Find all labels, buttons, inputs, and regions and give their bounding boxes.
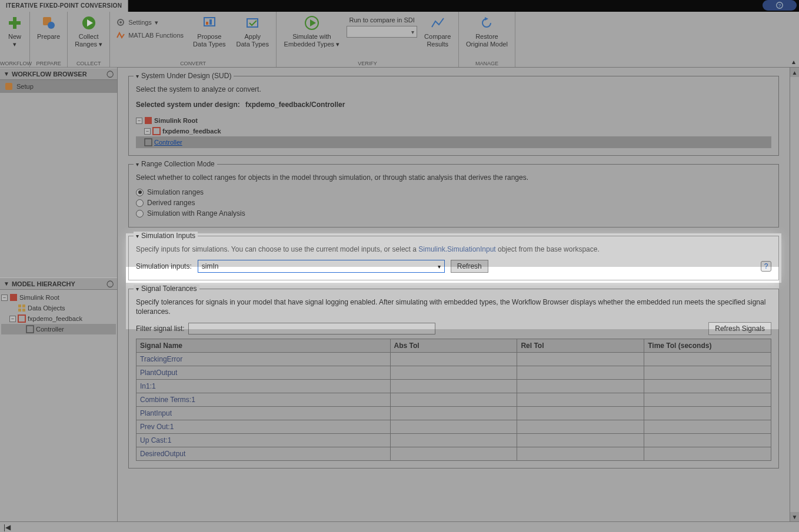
- ribbon-group-manage: Restore Original Model MANAGE: [459, 12, 515, 67]
- cell-rel[interactable]: [517, 393, 644, 407]
- table-row[interactable]: Up Cast:1: [137, 434, 771, 447]
- prepare-button[interactable]: Prepare: [34, 14, 64, 42]
- cell-time[interactable]: [644, 393, 771, 407]
- cell-abs[interactable]: [390, 407, 517, 420]
- cell-abs[interactable]: [390, 447, 517, 461]
- new-button[interactable]: New▾: [4, 14, 26, 49]
- scroll-up-icon[interactable]: ▲: [790, 68, 799, 77]
- cell-time[interactable]: [644, 420, 771, 434]
- chevron-down-icon: ▾: [438, 263, 441, 270]
- tree-model[interactable]: − fxpdemo_feedback: [1, 313, 116, 324]
- col-rel-tol[interactable]: Rel Tol: [517, 339, 644, 353]
- sigtol-legend[interactable]: ▾Signal Tolerances: [134, 285, 199, 293]
- cell-abs[interactable]: [390, 353, 517, 366]
- table-row[interactable]: DesiredOutput: [137, 447, 771, 461]
- cell-signal-name: PlantOutput: [137, 366, 391, 380]
- cell-abs[interactable]: [390, 420, 517, 434]
- help-icon: ?: [775, 1, 784, 9]
- simin-legend[interactable]: ▾Simulation Inputs: [134, 232, 198, 240]
- matlab-functions-button[interactable]: MATLAB Functions: [114, 29, 186, 41]
- collect-ranges-button[interactable]: Collect Ranges ▾: [71, 14, 106, 49]
- tree-simulink-root[interactable]: − Simulink Root: [1, 292, 116, 303]
- col-abs-tol[interactable]: Abs Tol: [390, 339, 517, 353]
- tab-iterative[interactable]: ITERATIVE FIXED-POINT CONVERSION: [0, 0, 128, 12]
- close-icon[interactable]: ◯: [106, 280, 114, 287]
- model-hierarchy-header[interactable]: ▼ MODEL HIERARCHY ◯: [0, 277, 117, 290]
- collapse-icon[interactable]: −: [144, 128, 151, 135]
- radio-derived-ranges[interactable]: Derived ranges: [136, 199, 771, 207]
- cell-time[interactable]: [644, 353, 771, 366]
- group-label-manage: MANAGE: [459, 61, 515, 66]
- table-row[interactable]: PlantInput: [137, 407, 771, 420]
- col-signal-name[interactable]: Signal Name: [137, 339, 391, 353]
- workflow-item-setup[interactable]: Setup: [0, 80, 117, 93]
- table-row[interactable]: Prev Out:1: [137, 420, 771, 434]
- ribbon-group-collect: Collect Ranges ▾ COLLECT: [68, 12, 110, 67]
- close-icon[interactable]: ◯: [106, 70, 114, 78]
- apply-button[interactable]: Apply Data Types: [233, 14, 272, 49]
- main: ▼ WORKFLOW BROWSER ◯ Setup ▼ MODEL HIERA…: [0, 68, 799, 521]
- cell-abs[interactable]: [390, 434, 517, 447]
- cell-abs[interactable]: [390, 393, 517, 407]
- table-row[interactable]: Combine Terms:1: [137, 393, 771, 407]
- cell-abs[interactable]: [390, 366, 517, 380]
- range-fieldset: ▾Range Collection Mode Select whether to…: [128, 164, 779, 227]
- sud-tree-controller[interactable]: Controller: [136, 136, 771, 148]
- svg-rect-3: [9, 21, 21, 25]
- cell-rel[interactable]: [517, 420, 644, 434]
- settings-button[interactable]: Settings ▾: [114, 16, 186, 28]
- table-row[interactable]: PlantOutput: [137, 366, 771, 380]
- cell-rel[interactable]: [517, 407, 644, 420]
- scroll-down-icon[interactable]: ▼: [790, 512, 799, 521]
- ribbon-collapse[interactable]: ▴: [792, 58, 795, 66]
- filter-signal-input[interactable]: [188, 323, 435, 334]
- cell-time[interactable]: [644, 434, 771, 447]
- vertical-scrollbar[interactable]: ▲ ▼: [790, 68, 799, 521]
- propose-icon: [202, 15, 217, 31]
- simulation-inputs-combo[interactable]: simIn ▾: [198, 260, 445, 273]
- cell-time[interactable]: [644, 447, 771, 461]
- help-icon[interactable]: ?: [761, 261, 771, 272]
- sud-legend[interactable]: ▾System Under Design (SUD): [134, 72, 234, 80]
- table-row[interactable]: TrackingError: [137, 353, 771, 366]
- cell-time[interactable]: [644, 380, 771, 393]
- table-row[interactable]: In1:1: [137, 380, 771, 393]
- collapse-icon[interactable]: −: [136, 118, 142, 124]
- radio-simulation-range-analysis[interactable]: Simulation with Range Analysis: [136, 209, 771, 218]
- svg-point-9: [119, 21, 122, 24]
- restore-button[interactable]: Restore Original Model: [462, 14, 511, 49]
- tree-controller[interactable]: Controller: [1, 324, 116, 334]
- simulate-embedded-button[interactable]: Simulate with Embedded Types ▾: [281, 14, 343, 49]
- cell-rel[interactable]: [517, 434, 644, 447]
- refresh-button[interactable]: Refresh: [451, 260, 488, 273]
- cell-time[interactable]: [644, 366, 771, 380]
- collapse-icon[interactable]: −: [9, 316, 16, 322]
- cell-signal-name: Combine Terms:1: [137, 393, 391, 407]
- collapse-icon[interactable]: −: [1, 295, 8, 301]
- col-time-tol[interactable]: Time Tol (seconds): [644, 339, 771, 353]
- range-legend[interactable]: ▾Range Collection Mode: [134, 160, 217, 168]
- cell-time[interactable]: [644, 407, 771, 420]
- workflow-browser-header[interactable]: ▼ WORKFLOW BROWSER ◯: [0, 68, 117, 80]
- compare-results-button[interactable]: Compare Results: [421, 14, 454, 49]
- cell-abs[interactable]: [390, 380, 517, 393]
- sud-tree-model[interactable]: − fxpdemo_feedback: [136, 126, 771, 136]
- compare-icon: [430, 15, 445, 31]
- help-button[interactable]: ?: [763, 0, 797, 11]
- cell-rel[interactable]: [517, 447, 644, 461]
- cell-rel[interactable]: [517, 366, 644, 380]
- simulationinput-link[interactable]: Simulink.SimulationInput: [418, 245, 495, 253]
- refresh-signals-button[interactable]: Refresh Signals: [708, 322, 771, 335]
- sdi-combo[interactable]: ▾: [347, 26, 417, 38]
- svg-rect-17: [5, 83, 12, 90]
- back-button[interactable]: |◀: [4, 523, 11, 531]
- sud-tree-root[interactable]: − Simulink Root: [136, 115, 771, 126]
- cell-rel[interactable]: [517, 380, 644, 393]
- chevron-down-icon: ▾: [136, 233, 139, 239]
- svg-rect-27: [145, 139, 152, 146]
- cell-rel[interactable]: [517, 353, 644, 366]
- propose-button[interactable]: Propose Data Types: [189, 14, 229, 49]
- cell-signal-name: Prev Out:1: [137, 420, 391, 434]
- radio-simulation-ranges[interactable]: Simulation ranges: [136, 188, 771, 196]
- tree-data-objects[interactable]: Data Objects: [1, 303, 116, 313]
